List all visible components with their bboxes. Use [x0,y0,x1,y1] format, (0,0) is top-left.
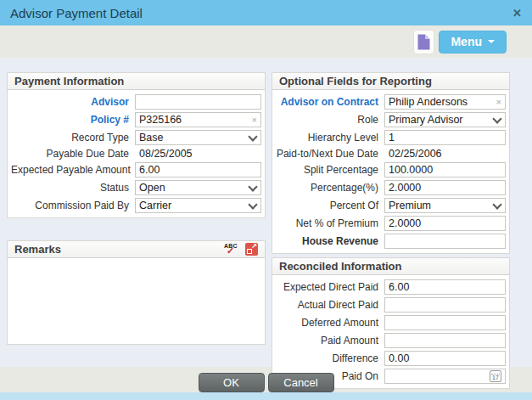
role-select[interactable]: Primary Advisor [384,112,506,127]
remarks-header: Remarks ABC ✓ ↗ [8,241,265,258]
hierarchy-level-label: Hierarchy Level [276,132,384,144]
field-row: Advisor [11,94,261,110]
record-type-select[interactable]: Base [135,130,261,145]
commission-paid-by-select[interactable]: Carrier [135,198,261,213]
percent-of-select[interactable]: Premium [384,198,506,213]
net-percent-of-premium-label: Net % of Premium [276,217,384,229]
reconciled-information-header: Reconciled Information [272,258,509,275]
reconciled-information-title: Reconciled Information [279,260,502,273]
difference-label: Difference [276,352,384,364]
field-row: Advisor on Contract Philip Andersons × [276,94,506,110]
expected-payable-amount-input[interactable]: 6.00 [135,162,261,177]
payable-due-date-value: 08/25/2005 [135,148,261,160]
field-row: Record Type Base [11,130,261,145]
document-button[interactable] [413,30,434,54]
field-row: Payable Due Date 08/25/2005 [11,148,261,160]
percent-of-label: Percent Of [276,200,384,211]
policy-number-label[interactable]: Policy # [11,114,135,126]
remarks-header-icons: ABC ✓ ↗ [224,243,258,256]
dialog-body: Payment Information Advisor Policy # P32… [0,58,532,367]
split-percentage-label: Split Percentage [276,164,384,176]
house-revenue-label: House Revenue [276,235,384,247]
actual-direct-paid-input[interactable] [384,297,506,313]
field-row: Paid Amount [276,333,506,348]
toolbar: Menu [0,25,532,58]
clear-icon[interactable]: × [249,115,257,125]
close-icon[interactable]: ✕ [512,8,522,19]
menu-button-label: Menu [451,35,482,48]
reconciled-information-panel: Reconciled Information Expected Direct P… [272,257,510,389]
optional-fields-header: Optional Fields for Reporting [272,73,509,90]
field-row: Expected Payable Amount 6.00 [11,162,261,177]
field-row: House Revenue [276,234,506,249]
remarks-title: Remarks [14,243,224,256]
deferred-amount-input[interactable] [384,315,506,330]
caret-down-icon [488,40,495,43]
chevron-down-icon [249,201,257,210]
paid-on-input[interactable]: 17 [384,369,506,384]
calendar-icon[interactable]: 17 [490,370,501,382]
advisor-label[interactable]: Advisor [11,96,135,108]
paid-to-next-due-date-value: 02/25/2006 [384,148,506,160]
advisor-on-contract-input[interactable]: Philip Andersons × [384,94,506,110]
chevron-down-icon [493,115,501,124]
payable-due-date-label: Payable Due Date [11,148,135,160]
paid-amount-label: Paid Amount [276,335,384,346]
spellcheck-icon[interactable]: ABC ✓ [224,243,240,256]
field-row: Deferred Amount [276,315,506,330]
chevron-down-icon [249,183,257,192]
policy-number-input[interactable]: P325166 × [135,112,261,127]
expected-payable-amount-label: Expected Payable Amount [11,164,135,176]
optional-fields-panel: Optional Fields for Reporting Advisor on… [272,72,510,254]
remarks-textarea[interactable] [8,258,265,344]
advisor-on-contract-label[interactable]: Advisor on Contract [276,96,384,108]
cancel-button[interactable]: Cancel [268,373,334,392]
left-column: Payment Information Advisor Policy # P32… [7,72,266,367]
paid-amount-input[interactable] [384,333,506,348]
status-select[interactable]: Open [135,180,261,195]
payment-information-header: Payment Information [8,73,265,90]
field-row: Percentage(%) 2.0000 [276,180,506,195]
percentage-input[interactable]: 2.0000 [384,180,506,195]
percentage-label: Percentage(%) [276,182,384,194]
field-row: Difference 0.00 [276,351,506,366]
paid-to-next-due-date-label: Paid-to/Next Due Date [276,148,384,160]
dialog-titlebar: Advisor Payment Detail ✕ [0,0,532,25]
record-type-label: Record Type [11,132,135,144]
payment-information-body: Advisor Policy # P325166 × Record Type B [8,90,265,217]
payment-information-panel: Payment Information Advisor Policy # P32… [7,72,266,218]
house-revenue-input[interactable] [384,234,506,249]
actual-direct-paid-label: Actual Direct Paid [276,299,384,311]
field-row: Commission Paid By Carrier [11,198,261,213]
field-row: Net % of Premium 2.0000 [276,216,506,231]
dialog-title: Advisor Payment Detail [10,6,512,20]
expand-remarks-icon[interactable]: ↗ [245,243,258,256]
right-column: Optional Fields for Reporting Advisor on… [272,72,510,367]
field-row: Hierarchy Level 1 [276,130,506,145]
optional-fields-body: Advisor on Contract Philip Andersons × R… [272,90,509,253]
deferred-amount-label: Deferred Amount [276,317,384,329]
difference-input[interactable]: 0.00 [384,351,506,366]
hierarchy-level-input[interactable]: 1 [384,130,506,145]
field-row: Percent Of Premium [276,198,506,213]
status-label: Status [11,182,135,194]
document-icon [417,34,430,50]
chevron-down-icon [249,133,257,142]
field-row: Expected Direct Paid 6.00 [276,279,506,295]
remarks-panel: Remarks ABC ✓ ↗ [7,240,266,345]
clear-icon[interactable]: × [493,97,501,107]
menu-button[interactable]: Menu [439,31,507,54]
advisor-input[interactable] [135,94,261,110]
field-row: Policy # P325166 × [11,112,261,127]
expected-direct-paid-label: Expected Direct Paid [276,281,384,293]
field-row: Paid-to/Next Due Date 02/25/2006 [276,148,506,160]
split-percentage-input[interactable]: 100.0000 [384,162,506,177]
expected-direct-paid-input[interactable]: 6.00 [384,279,506,295]
role-label: Role [276,114,384,126]
field-row: Actual Direct Paid [276,297,506,313]
field-row: Role Primary Advisor [276,112,506,127]
payment-information-title: Payment Information [14,75,258,87]
ok-button[interactable]: OK [199,373,265,392]
optional-fields-title: Optional Fields for Reporting [279,75,502,87]
net-percent-of-premium-input[interactable]: 2.0000 [384,216,506,231]
